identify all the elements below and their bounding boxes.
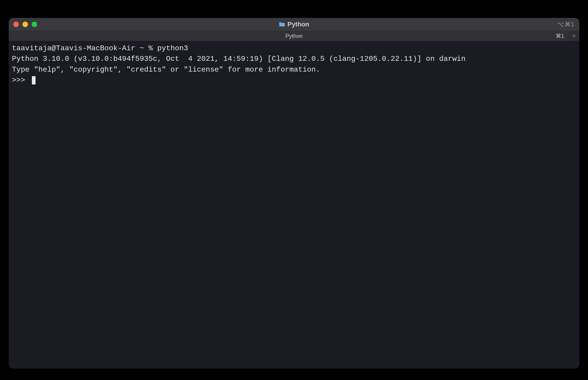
terminal-line: Type "help", "copyright", "credits" or "… (12, 65, 320, 74)
window-title-container: Python (279, 21, 309, 28)
close-button[interactable] (13, 21, 19, 27)
traffic-lights (13, 21, 37, 27)
window-title: Python (287, 21, 309, 28)
active-tab[interactable]: Python (285, 31, 303, 41)
prompt-line: >>> (12, 75, 576, 86)
tab-label: Python (285, 33, 303, 39)
title-bar: Python ⌥⌘1 (9, 18, 579, 31)
repl-prompt: >>> (12, 75, 30, 86)
cursor (32, 76, 36, 84)
terminal-line: taavitaja@Taavis-MacBook-Air ~ % python3 (12, 44, 188, 53)
folder-icon (279, 22, 285, 27)
new-tab-button[interactable]: + (568, 31, 579, 41)
terminal-line: Python 3.10.0 (v3.10.0:b494f5935c, Oct 4… (12, 55, 465, 63)
window-shortcut: ⌥⌘1 (557, 21, 575, 28)
tab-bar: Python ⌘1 + (9, 31, 579, 41)
tab-shortcut: ⌘1 (552, 31, 568, 41)
terminal-content[interactable]: taavitaja@Taavis-MacBook-Air ~ % python3… (9, 41, 579, 369)
tab-bar-right: ⌘1 + (552, 31, 579, 41)
maximize-button[interactable] (32, 21, 37, 27)
terminal-window: Python ⌥⌘1 Python ⌘1 + taavitaja@Taavis-… (9, 18, 579, 369)
minimize-button[interactable] (22, 21, 28, 27)
